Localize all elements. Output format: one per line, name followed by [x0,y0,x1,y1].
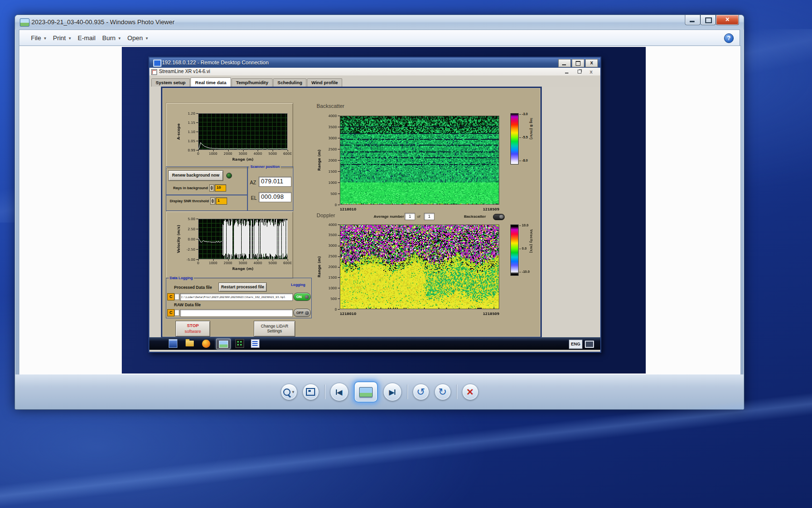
monitor-icon[interactable] [585,341,594,348]
previous-button[interactable]: ◀ [330,383,348,401]
language-indicator[interactable]: ENG [569,340,582,349]
slideshow-button[interactable] [354,381,378,403]
app-close-button[interactable]: x [590,69,594,74]
taskbar-labview-icon[interactable] [250,339,261,348]
rdp-maximize-button[interactable] [572,59,584,67]
az-value-field[interactable]: 079.011 [259,177,291,187]
file-icon [174,294,179,300]
close-button[interactable]: × [716,15,739,25]
logging-label: Logging [290,283,306,287]
app-minimize-button[interactable] [565,69,569,74]
software-label: software [185,329,201,334]
tab-temp-humidity[interactable]: Temp/humidity [232,78,273,87]
close-icon: × [716,15,739,24]
taskbar-active-app-icon[interactable] [216,339,231,349]
tab-wind-profile[interactable]: Wind profile [307,78,342,87]
photo-viewer-icon [20,18,29,27]
app-restore-button[interactable] [577,69,582,74]
rays-spinner[interactable] [209,184,214,192]
taskbar-firefox-icon[interactable] [201,339,211,348]
zoom-button[interactable] [281,384,297,400]
taskbar-utility-icon[interactable] [234,339,245,348]
menu-email[interactable]: E-mail [78,34,96,42]
snr-spinner[interactable] [210,197,215,205]
rotate-cw-button[interactable]: ↻ [435,384,451,400]
rdp-minimize-button[interactable] [558,59,571,67]
tab-scheduling[interactable]: Scheduling [273,78,306,87]
next-icon: ▶ [389,388,395,396]
chevron-down-icon [145,36,148,41]
menu-print[interactable]: Print [53,34,71,42]
rdp-close-button[interactable]: x [585,59,598,67]
restart-processed-file-button[interactable]: Restart processed file [218,283,267,292]
previous-icon: ◀ [337,388,343,396]
processed-path-field[interactable]: C:\Lidar\Data\Proc\2023\202309\20230921\… [180,293,293,301]
minimize-button[interactable] [685,15,700,25]
rdp-titlebar: 192.168.0.122 - Remote Desktop Connectio… [149,58,600,68]
raw-data-file-label: RAW Data file [174,302,201,307]
rotate-ccw-button[interactable]: ↺ [413,384,429,400]
backscatter-colorbar [510,113,519,164]
colorbar-tick: -3.0 [519,112,528,116]
skip-bar-icon [394,389,395,395]
menu-burn[interactable]: Burn [102,34,121,42]
backscatter-toggle[interactable] [493,214,505,220]
el-value-field[interactable]: 000.098 [259,192,291,202]
taskbar-explorer-icon[interactable] [184,339,195,348]
colorbar-tick: -10.0 [519,270,530,273]
close-icon: x [586,59,597,66]
rays-value[interactable]: 10 [215,184,226,192]
photo-viewer-window: 2023-09-21_03-40-00.935 - Windows Photo … [14,15,744,410]
viewer-menubar: File Print E-mail Burn Open [19,30,740,46]
colorbar-tick: -8.0 [519,159,528,162]
scanner-position-title: Scanner position [249,164,281,169]
data-logging-title: Data Logging [169,276,194,280]
lines-icon [251,339,260,348]
rdp-window: 192.168.0.122 - Remote Desktop Connectio… [148,57,601,353]
actual-size-button[interactable] [303,384,319,400]
remote-taskbar: ENG [149,337,600,350]
menu-file[interactable]: File [31,34,46,42]
doppler-heatmap [315,223,508,319]
raw-path-field[interactable] [180,309,293,317]
taskbar-start-icon[interactable] [168,339,178,348]
backscatter-heatmap [315,111,508,214]
processed-drive-badge[interactable]: C [167,293,174,300]
displayed-photo: 192.168.0.122 - Remote Desktop Connectio… [122,47,646,374]
renew-background-button[interactable]: Renew background now [168,170,223,181]
processed-data-file-label: Processed Data file [174,285,212,290]
tab-system-setup[interactable]: System setup [151,78,190,87]
help-icon[interactable] [724,33,734,43]
firefox-icon [202,340,210,348]
snr-threshold-label: Display SNR threshold [166,199,209,203]
viewer-titlebar: 2023-09-21_03-40-00.935 - Windows Photo … [15,15,744,30]
settings-label-2: Settings [261,329,289,334]
average-total-field[interactable]: 1 [424,213,435,220]
renew-led-icon [226,173,232,179]
minimize-icon [562,64,566,65]
toolbar-divider [407,385,407,399]
chevron-down-icon [118,36,121,41]
menu-open[interactable]: Open [128,34,148,42]
average-number-field[interactable]: 1 [405,213,415,220]
next-button[interactable]: ▶ [383,383,402,401]
snr-value[interactable]: 1 [216,197,227,205]
stop-software-button[interactable]: STOPsoftware [175,321,210,337]
raw-logging-toggle[interactable]: OFF [293,309,311,317]
folder-icon [186,341,194,346]
scanner-position-box [247,166,293,211]
backscatter-colorbar-label: log B (/m/sr) [530,118,533,162]
viewer-title: 2023-09-21_03-40-00.935 - Windows Photo … [31,18,174,26]
maximize-button[interactable] [700,15,716,25]
tab-bar: System setup Real time data Temp/humidit… [149,75,600,87]
ascope-graph [167,104,291,165]
tab-real-time-data[interactable]: Real time data [190,77,231,87]
raw-drive-badge[interactable]: C [167,309,174,316]
change-lidar-settings-button[interactable]: Change LiDARSettings [254,321,295,337]
colorbar-tick: 10.0 [519,224,528,227]
delete-button[interactable]: × [462,384,478,400]
of-label: of [417,214,420,219]
rdp-computer-icon [153,60,161,67]
velocity-graph [167,212,291,275]
processed-logging-toggle[interactable]: ON [293,293,311,301]
